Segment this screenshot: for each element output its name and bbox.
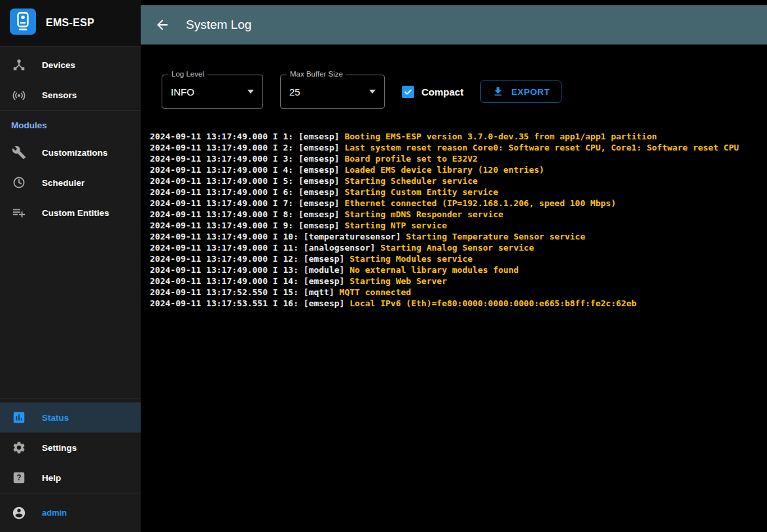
export-button-label: EXPORT xyxy=(511,87,550,97)
sidebar-item-scheduler[interactable]: Scheduler xyxy=(0,168,141,198)
log-line-message: Starting Analog Sensor service xyxy=(380,243,534,253)
log-line: 2024-09-11 13:17:49.000 I 14: [emsesp] S… xyxy=(150,275,751,287)
log-line-prefix: 2024-09-11 13:17:49.000 I 2: [emsesp] xyxy=(150,143,344,152)
log-line-prefix: 2024-09-11 13:17:49.000 I 8: [emsesp] xyxy=(150,209,344,219)
log-line: 2024-09-11 13:17:49.000 I 13: [module] N… xyxy=(150,264,751,275)
log-list[interactable]: 2024-09-11 13:17:49.000 I 1: [emsesp] Bo… xyxy=(150,131,751,309)
log-line-message: Board profile set to E32V2 xyxy=(344,154,478,164)
sidebar-item-custom-entities[interactable]: Custom Entities xyxy=(0,198,141,228)
log-line-prefix: 2024-09-11 13:17:49.000 I 9: [emsesp] xyxy=(150,221,344,230)
log-line: 2024-09-11 13:17:49.000 I 1: [emsesp] Bo… xyxy=(150,131,751,142)
max-buffer-size-select[interactable]: Max Buffer Size 25 xyxy=(280,75,385,109)
schedule-icon xyxy=(11,175,27,190)
page-title: System Log xyxy=(186,18,251,32)
log-line-prefix: 2024-09-11 13:17:52.550 I 15: [mqtt] xyxy=(150,287,340,297)
log-line-prefix: 2024-09-11 13:17:49.000 I 1: [emsesp] xyxy=(150,132,344,141)
sidebar-item-settings[interactable]: Settings xyxy=(0,433,141,463)
export-button[interactable]: EXPORT xyxy=(480,80,562,103)
check-icon xyxy=(403,87,413,97)
modules-section-header: Modules xyxy=(0,111,141,136)
log-line-prefix: 2024-09-11 13:17:49.000 I 6: [emsesp] xyxy=(150,187,344,197)
log-line: 2024-09-11 13:17:49.000 I 2: [emsesp] La… xyxy=(150,142,751,153)
sidebar-nav-top: Devices Sensors xyxy=(0,46,141,110)
svg-text:?: ? xyxy=(16,473,21,482)
sensors-icon xyxy=(11,87,27,103)
sidebar-item-sensors[interactable]: Sensors xyxy=(0,80,141,110)
assessment-icon xyxy=(11,410,27,425)
log-line-prefix: 2024-09-11 13:17:49.000 I 3: [emsesp] xyxy=(150,154,344,164)
log-line-prefix: 2024-09-11 13:17:49.000 I 7: [emsesp] xyxy=(150,198,344,208)
appbar: System Log xyxy=(141,5,767,44)
log-line: 2024-09-11 13:17:49.000 I 11: [analogsen… xyxy=(150,242,751,253)
log-line-message: MQTT connected xyxy=(340,287,412,297)
sidebar-nav-bottom: Status Settings ? Help xyxy=(0,399,141,493)
log-line: 2024-09-11 13:17:49.000 I 10: [temperatu… xyxy=(150,231,751,242)
sidebar-item-label: Help xyxy=(42,473,61,483)
log-line-prefix: 2024-09-11 13:17:49.000 I 12: [emsesp] xyxy=(150,254,349,264)
log-line: 2024-09-11 13:17:49.000 I 4: [emsesp] Lo… xyxy=(150,164,751,175)
log-line-message: Starting Custom Entity service xyxy=(344,187,498,197)
device-hub-icon xyxy=(11,57,27,73)
log-line-message: Booting EMS-ESP version 3.7.0-dev.35 fro… xyxy=(344,132,656,141)
log-level-select[interactable]: Log Level INFO xyxy=(162,75,263,109)
log-line: 2024-09-11 13:17:53.551 I 16: [emsesp] L… xyxy=(150,298,751,309)
log-line-message: Ethernet connected (IP=192.168.1.206, sp… xyxy=(344,198,616,208)
app-logo-icon xyxy=(10,9,36,37)
log-line: 2024-09-11 13:17:49.000 I 6: [emsesp] St… xyxy=(150,186,751,198)
log-line-message: Starting NTP service xyxy=(344,221,447,230)
main-area: System Log Log Level INFO Max Buffer Siz… xyxy=(141,0,767,532)
log-line-message: Starting mDNS Responder service xyxy=(344,209,503,219)
log-line-message: No external library modules found xyxy=(349,265,518,275)
max-buffer-size-value: 25 xyxy=(289,86,369,98)
compact-label: Compact xyxy=(421,86,463,98)
user-name: admin xyxy=(42,508,67,518)
log-line-message: Starting Scheduler service xyxy=(344,176,478,186)
sidebar-item-label: Status xyxy=(42,413,69,423)
help-icon: ? xyxy=(11,470,27,486)
wrench-icon xyxy=(11,145,27,160)
log-controls: Log Level INFO Max Buffer Size 25 Compac… xyxy=(162,75,751,109)
download-icon xyxy=(492,86,504,98)
log-line: 2024-09-11 13:17:49.000 I 8: [emsesp] St… xyxy=(150,209,751,220)
sidebar-nav-modules: Customizations Scheduler Custom Entities xyxy=(0,136,141,228)
system-log-panel: Log Level INFO Max Buffer Size 25 Compac… xyxy=(141,44,767,532)
log-line-prefix: 2024-09-11 13:17:49.000 I 13: [module] xyxy=(150,265,349,275)
arrow-back-icon xyxy=(154,17,170,33)
compact-checkbox[interactable] xyxy=(402,86,414,98)
sidebar-item-customizations[interactable]: Customizations xyxy=(0,137,141,168)
log-line-message: Loaded EMS device library (120 entries) xyxy=(344,165,544,175)
back-button[interactable] xyxy=(153,16,171,34)
sidebar-item-label: Customizations xyxy=(42,148,108,158)
log-line-message: Starting Web Server xyxy=(349,276,447,286)
log-line-message: Starting Temperature Sensor service xyxy=(406,232,585,241)
log-line-prefix: 2024-09-11 13:17:49.000 I 4: [emsesp] xyxy=(150,165,344,175)
playlist-add-icon xyxy=(11,205,27,221)
sidebar-user-admin[interactable]: admin xyxy=(0,493,141,532)
log-line-prefix: 2024-09-11 13:17:49.000 I 10: [temperatu… xyxy=(150,232,406,241)
compact-checkbox-wrap: Compact xyxy=(402,86,463,98)
log-line-message: Last system reset reason Core0: Software… xyxy=(344,143,739,152)
log-level-label: Log Level xyxy=(168,70,207,78)
log-line: 2024-09-11 13:17:49.000 I 5: [emsesp] St… xyxy=(150,175,751,186)
log-line-message: Local IPv6 (Eth)=fe80:0000:0000:0000:e66… xyxy=(349,298,636,308)
max-buffer-size-label: Max Buffer Size xyxy=(287,70,346,78)
log-level-value: INFO xyxy=(171,86,247,98)
sidebar-item-devices[interactable]: Devices xyxy=(0,50,141,80)
sidebar-item-status[interactable]: Status xyxy=(0,402,141,433)
chevron-down-icon xyxy=(369,90,376,94)
account-circle-icon xyxy=(11,505,27,521)
sidebar-item-label: Sensors xyxy=(42,90,77,100)
log-line: 2024-09-11 13:17:49.000 I 12: [emsesp] S… xyxy=(150,253,751,264)
log-line: 2024-09-11 13:17:49.000 I 7: [emsesp] Et… xyxy=(150,198,751,209)
app-title: EMS-ESP xyxy=(46,17,94,29)
sidebar-bottom-group: Status Settings ? Help xyxy=(0,399,141,532)
log-line: 2024-09-11 13:17:49.000 I 9: [emsesp] St… xyxy=(150,220,751,231)
log-line: 2024-09-11 13:17:49.000 I 3: [emsesp] Bo… xyxy=(150,153,751,164)
chevron-down-icon xyxy=(247,90,254,94)
log-line-message: Starting Modules service xyxy=(349,254,473,264)
sidebar-item-help[interactable]: ? Help xyxy=(0,463,141,493)
sidebar-item-label: Custom Entities xyxy=(42,208,109,218)
sidebar: EMS-ESP Devices Sensors xyxy=(0,0,141,532)
log-line-prefix: 2024-09-11 13:17:53.551 I 16: [emsesp] xyxy=(150,298,349,308)
sidebar-item-label: Settings xyxy=(42,443,77,453)
